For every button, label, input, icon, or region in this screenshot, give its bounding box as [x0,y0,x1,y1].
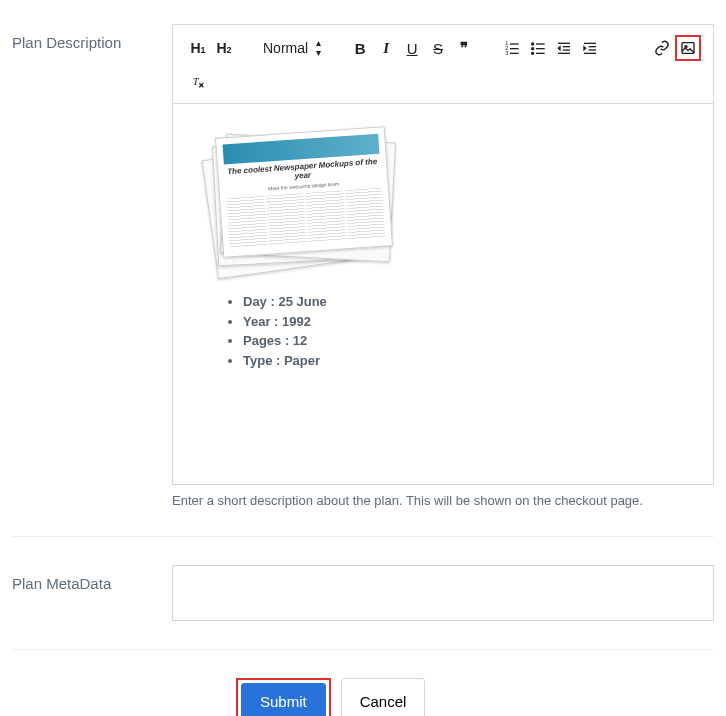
format-select[interactable]: Normal ▴▾ [259,38,325,58]
blockquote-button[interactable]: ❞ [451,35,477,61]
image-button[interactable] [675,35,701,61]
svg-text:T: T [193,76,200,87]
svg-point-10 [532,52,534,54]
clear-format-button[interactable]: T [185,69,211,95]
newspaper-image: The coolest Newspaper Mockups of the yea… [203,124,403,274]
outdent-icon [556,40,572,56]
ordered-list-button[interactable]: 123 [499,35,525,61]
indent-button[interactable] [577,35,603,61]
editor-bullet-list: Day : 25 June Year : 1992 Pages : 12 Typ… [203,292,683,370]
submit-highlight: Submit [236,678,331,716]
list-item: Year : 1992 [243,312,683,332]
unordered-list-button[interactable] [525,35,551,61]
clear-format-icon: T [190,74,206,90]
underline-button[interactable]: U [399,35,425,61]
list-item: Day : 25 June [243,292,683,312]
svg-marker-21 [583,45,586,51]
chevron-updown-icon: ▴▾ [316,38,321,58]
plan-metadata-label: Plan MetaData [12,565,152,621]
bold-button[interactable]: B [347,35,373,61]
list-item: Type : Paper [243,351,683,371]
ordered-list-icon: 123 [504,40,520,56]
format-select-label: Normal [263,40,308,56]
svg-text:3: 3 [505,50,508,56]
svg-point-6 [532,43,534,45]
cancel-button[interactable]: Cancel [341,678,426,716]
outdent-button[interactable] [551,35,577,61]
svg-marker-16 [557,45,560,51]
rich-text-editor: H1 H2 Normal ▴▾ B I U S ❞ [172,24,714,485]
plan-description-label: Plan Description [12,24,152,508]
editor-toolbar: H1 H2 Normal ▴▾ B I U S ❞ [173,25,713,104]
svg-point-8 [532,48,534,50]
link-button[interactable] [649,35,675,61]
indent-icon [582,40,598,56]
divider [12,536,714,537]
editor-content-area[interactable]: The coolest Newspaper Mockups of the yea… [173,104,713,484]
unordered-list-icon [530,40,546,56]
heading1-button[interactable]: H1 [185,35,211,61]
heading2-button[interactable]: H2 [211,35,237,61]
submit-button[interactable]: Submit [241,683,326,716]
plan-metadata-input[interactable] [172,565,714,621]
list-item: Pages : 12 [243,331,683,351]
plan-description-help: Enter a short description about the plan… [172,493,714,508]
divider [12,649,714,650]
italic-button[interactable]: I [373,35,399,61]
strike-button[interactable]: S [425,35,451,61]
link-icon [654,40,670,56]
image-icon [680,40,696,56]
